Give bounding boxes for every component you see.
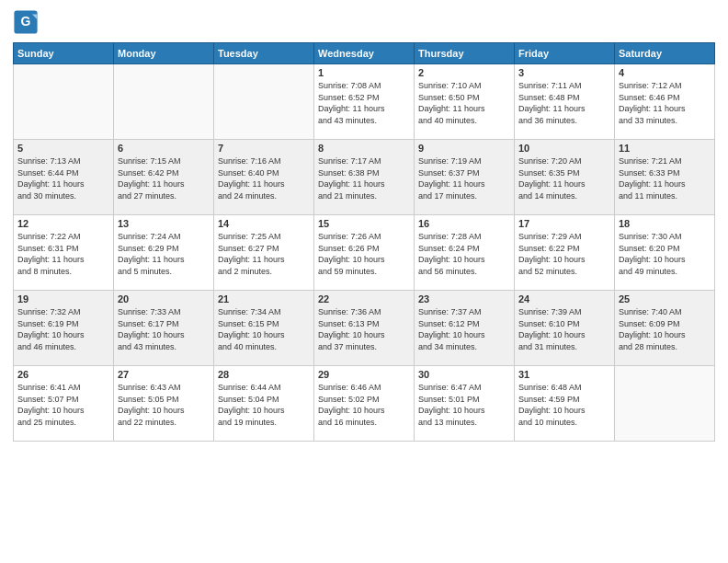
day-info: Sunrise: 7:26 AM Sunset: 6:26 PM Dayligh… (318, 231, 410, 277)
calendar-cell (114, 64, 214, 140)
day-number: 24 (518, 293, 610, 304)
calendar-cell: 13Sunrise: 7:24 AM Sunset: 6:29 PM Dayli… (114, 215, 214, 291)
calendar-cell: 11Sunrise: 7:21 AM Sunset: 6:33 PM Dayli… (615, 140, 715, 215)
calendar-header-row: SundayMondayTuesdayWednesdayThursdayFrid… (14, 43, 715, 64)
calendar-cell (214, 64, 314, 140)
logo-icon: G (13, 9, 39, 35)
calendar-cell: 23Sunrise: 7:37 AM Sunset: 6:12 PM Dayli… (415, 291, 515, 366)
day-number: 29 (318, 369, 410, 380)
calendar-cell (14, 64, 114, 140)
calendar-week-2: 5Sunrise: 7:13 AM Sunset: 6:44 PM Daylig… (14, 140, 715, 215)
calendar-cell: 12Sunrise: 7:22 AM Sunset: 6:31 PM Dayli… (14, 215, 114, 291)
day-info: Sunrise: 7:17 AM Sunset: 6:38 PM Dayligh… (318, 155, 410, 201)
day-info: Sunrise: 7:15 AM Sunset: 6:42 PM Dayligh… (118, 155, 210, 201)
day-number: 4 (619, 67, 711, 78)
col-header-wednesday: Wednesday (314, 43, 415, 64)
day-info: Sunrise: 7:08 AM Sunset: 6:52 PM Dayligh… (318, 80, 410, 126)
calendar-week-3: 12Sunrise: 7:22 AM Sunset: 6:31 PM Dayli… (14, 215, 715, 291)
day-number: 23 (418, 293, 510, 304)
calendar-week-4: 19Sunrise: 7:32 AM Sunset: 6:19 PM Dayli… (14, 291, 715, 366)
day-info: Sunrise: 7:36 AM Sunset: 6:13 PM Dayligh… (318, 306, 410, 352)
day-info: Sunrise: 7:25 AM Sunset: 6:27 PM Dayligh… (218, 231, 310, 277)
day-info: Sunrise: 6:43 AM Sunset: 5:05 PM Dayligh… (118, 382, 210, 428)
calendar-cell: 29Sunrise: 6:46 AM Sunset: 5:02 PM Dayli… (314, 366, 415, 442)
day-info: Sunrise: 7:33 AM Sunset: 6:17 PM Dayligh… (118, 306, 210, 352)
day-number: 31 (518, 369, 610, 380)
day-info: Sunrise: 7:12 AM Sunset: 6:46 PM Dayligh… (619, 80, 711, 126)
day-number: 10 (518, 143, 610, 154)
calendar-table: SundayMondayTuesdayWednesdayThursdayFrid… (13, 42, 715, 442)
day-number: 14 (218, 218, 310, 229)
calendar-cell: 19Sunrise: 7:32 AM Sunset: 6:19 PM Dayli… (14, 291, 114, 366)
day-number: 21 (218, 293, 310, 304)
calendar-cell: 1Sunrise: 7:08 AM Sunset: 6:52 PM Daylig… (314, 64, 415, 140)
day-info: Sunrise: 7:16 AM Sunset: 6:40 PM Dayligh… (218, 155, 310, 201)
calendar-cell: 28Sunrise: 6:44 AM Sunset: 5:04 PM Dayli… (214, 366, 314, 442)
calendar-cell: 31Sunrise: 6:48 AM Sunset: 4:59 PM Dayli… (515, 366, 615, 442)
day-info: Sunrise: 6:48 AM Sunset: 4:59 PM Dayligh… (518, 382, 610, 428)
day-info: Sunrise: 7:21 AM Sunset: 6:33 PM Dayligh… (619, 155, 711, 201)
day-info: Sunrise: 7:30 AM Sunset: 6:20 PM Dayligh… (619, 231, 711, 277)
day-number: 8 (318, 143, 410, 154)
calendar-cell: 2Sunrise: 7:10 AM Sunset: 6:50 PM Daylig… (415, 64, 515, 140)
day-number: 1 (318, 67, 410, 78)
calendar-cell: 8Sunrise: 7:17 AM Sunset: 6:38 PM Daylig… (314, 140, 415, 215)
day-number: 13 (118, 218, 210, 229)
logo: G (13, 9, 41, 35)
col-header-thursday: Thursday (415, 43, 515, 64)
calendar-cell: 17Sunrise: 7:29 AM Sunset: 6:22 PM Dayli… (515, 215, 615, 291)
day-info: Sunrise: 7:20 AM Sunset: 6:35 PM Dayligh… (518, 155, 610, 201)
calendar-cell: 7Sunrise: 7:16 AM Sunset: 6:40 PM Daylig… (214, 140, 314, 215)
day-number: 16 (418, 218, 510, 229)
calendar-week-1: 1Sunrise: 7:08 AM Sunset: 6:52 PM Daylig… (14, 64, 715, 140)
day-info: Sunrise: 7:29 AM Sunset: 6:22 PM Dayligh… (518, 231, 610, 277)
day-info: Sunrise: 7:13 AM Sunset: 6:44 PM Dayligh… (17, 155, 109, 201)
calendar-cell: 25Sunrise: 7:40 AM Sunset: 6:09 PM Dayli… (615, 291, 715, 366)
day-number: 12 (17, 218, 109, 229)
calendar-cell: 4Sunrise: 7:12 AM Sunset: 6:46 PM Daylig… (615, 64, 715, 140)
calendar-cell (615, 366, 715, 442)
svg-text:G: G (21, 14, 31, 29)
day-number: 28 (218, 369, 310, 380)
day-info: Sunrise: 7:19 AM Sunset: 6:37 PM Dayligh… (418, 155, 510, 201)
day-info: Sunrise: 6:47 AM Sunset: 5:01 PM Dayligh… (418, 382, 510, 428)
calendar-cell: 16Sunrise: 7:28 AM Sunset: 6:24 PM Dayli… (415, 215, 515, 291)
calendar-cell: 21Sunrise: 7:34 AM Sunset: 6:15 PM Dayli… (214, 291, 314, 366)
calendar-cell: 14Sunrise: 7:25 AM Sunset: 6:27 PM Dayli… (214, 215, 314, 291)
calendar-week-5: 26Sunrise: 6:41 AM Sunset: 5:07 PM Dayli… (14, 366, 715, 442)
day-info: Sunrise: 7:11 AM Sunset: 6:48 PM Dayligh… (518, 80, 610, 126)
calendar-cell: 3Sunrise: 7:11 AM Sunset: 6:48 PM Daylig… (515, 64, 615, 140)
day-number: 3 (518, 67, 610, 78)
calendar-cell: 27Sunrise: 6:43 AM Sunset: 5:05 PM Dayli… (114, 366, 214, 442)
main-container: G SundayMondayTuesdayWednesdayThursdayFr… (0, 0, 728, 563)
day-info: Sunrise: 7:32 AM Sunset: 6:19 PM Dayligh… (17, 306, 109, 352)
calendar-cell: 5Sunrise: 7:13 AM Sunset: 6:44 PM Daylig… (14, 140, 114, 215)
day-info: Sunrise: 6:41 AM Sunset: 5:07 PM Dayligh… (17, 382, 109, 428)
day-number: 26 (17, 369, 109, 380)
day-number: 22 (318, 293, 410, 304)
day-number: 18 (619, 218, 711, 229)
day-number: 17 (518, 218, 610, 229)
calendar-cell: 26Sunrise: 6:41 AM Sunset: 5:07 PM Dayli… (14, 366, 114, 442)
day-number: 6 (118, 143, 210, 154)
col-header-saturday: Saturday (615, 43, 715, 64)
calendar-cell: 6Sunrise: 7:15 AM Sunset: 6:42 PM Daylig… (114, 140, 214, 215)
calendar-cell: 10Sunrise: 7:20 AM Sunset: 6:35 PM Dayli… (515, 140, 615, 215)
calendar-cell: 9Sunrise: 7:19 AM Sunset: 6:37 PM Daylig… (415, 140, 515, 215)
day-info: Sunrise: 7:37 AM Sunset: 6:12 PM Dayligh… (418, 306, 510, 352)
day-number: 11 (619, 143, 711, 154)
col-header-friday: Friday (515, 43, 615, 64)
day-info: Sunrise: 6:44 AM Sunset: 5:04 PM Dayligh… (218, 382, 310, 428)
day-number: 9 (418, 143, 510, 154)
calendar-cell: 22Sunrise: 7:36 AM Sunset: 6:13 PM Dayli… (314, 291, 415, 366)
calendar-cell: 15Sunrise: 7:26 AM Sunset: 6:26 PM Dayli… (314, 215, 415, 291)
day-info: Sunrise: 7:39 AM Sunset: 6:10 PM Dayligh… (518, 306, 610, 352)
day-info: Sunrise: 7:22 AM Sunset: 6:31 PM Dayligh… (17, 231, 109, 277)
calendar-cell: 18Sunrise: 7:30 AM Sunset: 6:20 PM Dayli… (615, 215, 715, 291)
header: G (13, 9, 715, 35)
calendar-cell: 24Sunrise: 7:39 AM Sunset: 6:10 PM Dayli… (515, 291, 615, 366)
day-number: 15 (318, 218, 410, 229)
day-number: 2 (418, 67, 510, 78)
col-header-tuesday: Tuesday (214, 43, 314, 64)
day-number: 19 (17, 293, 109, 304)
